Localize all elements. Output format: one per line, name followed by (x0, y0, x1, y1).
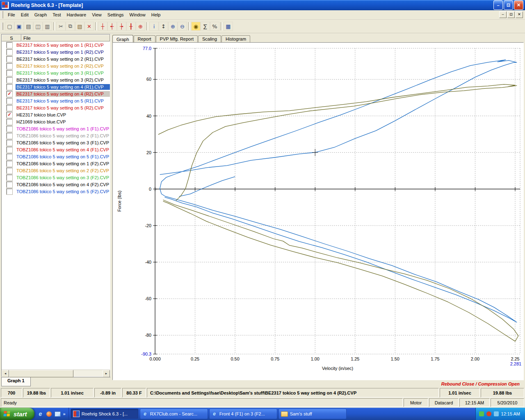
file-list-item[interactable]: BE2317 tokico 5 way setting on 3 (R1).CV… (2, 69, 110, 76)
file-name[interactable]: BE2317 tokico 5 way setting on 2 (R2).CV… (16, 63, 110, 69)
menu-help[interactable]: Help (148, 11, 164, 18)
autoscale-button[interactable]: ↕ (159, 22, 168, 31)
menu-graph[interactable]: Graph (32, 11, 50, 18)
file-list-item[interactable]: TOBZ1086 tokico 5 way setting on 1 (F2).… (2, 160, 110, 167)
file-list-item[interactable]: BE2317 tokico 5 way setting on 1 (R2).CV… (2, 48, 110, 55)
taskbar-task[interactable]: eRX7Club.com - Searc... (140, 409, 208, 419)
menu-edit[interactable]: Edit (18, 11, 32, 18)
file-list-item[interactable]: TOBZ1086 tokico 5 way setting on 3 (F2).… (2, 174, 110, 181)
file-checkbox[interactable] (7, 105, 12, 111)
file-name[interactable]: BE2317 tokico 5 way setting on 2 (R1).CV… (16, 56, 110, 62)
axis-crosshair-button[interactable]: ┼ (98, 22, 107, 31)
file-list-item[interactable]: TOBZ1086 tokico 5 way setting on 2 (F1).… (2, 132, 110, 139)
file-name[interactable]: BE2317 tokico 5 way setting on 1 (R2).CV… (16, 49, 110, 55)
file-name[interactable]: TOBZ1086 tokico 5 way setting on 1 (F2).… (16, 161, 110, 167)
file-name[interactable]: BE2317 tokico 5 way setting on 3 (R2).CV… (16, 77, 110, 83)
file-checkbox[interactable]: ✓ (7, 91, 12, 97)
taskbar-task[interactable]: eFront 4 (F1) on 3 (F2... (209, 409, 277, 419)
tray-icon-alert[interactable] (486, 411, 491, 416)
file-name[interactable]: TOBZ1086 tokico 5 way setting on 2 (F1).… (16, 133, 110, 139)
column-header-file[interactable]: File (21, 34, 110, 41)
file-name[interactable]: TOBZ1086 tokico 5 way setting on 3 (F2).… (16, 175, 110, 180)
file-checkbox[interactable] (7, 63, 12, 69)
tray-icon-antivirus[interactable] (479, 411, 484, 416)
file-checkbox[interactable] (7, 133, 12, 139)
menu-test[interactable]: Test (50, 11, 64, 18)
file-name[interactable]: HZ1069 tokico blue.CVP (16, 119, 110, 125)
file-name[interactable]: HE2317 tokico blue.CVP (16, 112, 110, 118)
tab-report[interactable]: Report (134, 35, 155, 42)
mdi-restore-button[interactable]: ⊡ (507, 11, 515, 18)
tab-histogram[interactable]: Histogram (221, 35, 250, 42)
file-list-item[interactable]: TOBZ1086 tokico 5 way setting on 4 (F1).… (2, 146, 110, 153)
file-checkbox[interactable] (7, 70, 12, 76)
file-checkbox[interactable] (7, 84, 12, 90)
zoom-in-button[interactable]: ⊕ (168, 22, 178, 31)
restore-button[interactable]: ⊡ (504, 0, 513, 10)
file-name[interactable]: TOBZ1086 tokico 5 way setting on 1 (F1).… (16, 126, 110, 132)
file-checkbox[interactable] (7, 98, 12, 104)
file-checkbox[interactable] (7, 175, 12, 180)
menu-file[interactable]: File (5, 11, 18, 18)
mdi-close-button[interactable]: ✕ (516, 11, 523, 18)
tab-graph[interactable]: Graph (112, 35, 133, 43)
file-list-item[interactable]: ✓BE2317 tokico 5 way setting on 4 (R2).C… (2, 90, 110, 97)
file-name[interactable]: TOBZ1086 tokico 5 way setting on 4 (F1).… (16, 147, 110, 153)
file-name[interactable]: BE2317 tokico 5 way setting on 4 (R1).CV… (16, 84, 110, 90)
menu-hardware[interactable]: Hardware (64, 11, 89, 18)
file-list-item[interactable]: BE2317 tokico 5 way setting on 2 (R2).CV… (2, 62, 110, 69)
export-button[interactable]: ▥ (43, 22, 52, 31)
print-button[interactable]: ▤ (24, 22, 33, 31)
force-velocity-chart[interactable]: 77.06040200-20-40-60-80-90.30.0000.250.5… (113, 43, 523, 380)
tab-pvp-mfg-report[interactable]: PVP Mfg. Report (156, 35, 198, 42)
file-checkbox[interactable] (7, 77, 12, 83)
file-list-item[interactable]: TOBZ1086 tokico 5 way setting on 2 (F2).… (2, 167, 110, 174)
file-list-item[interactable]: TOBZ1086 tokico 5 way setting on 5 (F1).… (2, 153, 110, 160)
file-checkbox[interactable] (7, 49, 12, 55)
file-list-item[interactable]: BE2317 tokico 5 way setting on 4 (R1).CV… (2, 83, 110, 90)
chart-area[interactable]: 77.06040200-20-40-60-80-90.30.0000.250.5… (112, 42, 524, 380)
copy-button[interactable]: ⧉ (66, 22, 75, 31)
file-name[interactable]: BE2317 tokico 5 way setting on 3 (R1).CV… (16, 70, 110, 76)
probe-button[interactable]: i (149, 22, 159, 31)
toolbar-grip[interactable] (1, 23, 3, 30)
scroll-left-button[interactable]: ◄ (2, 370, 9, 377)
file-checkbox[interactable] (7, 56, 12, 62)
print-preview-button[interactable]: ◫ (33, 22, 43, 31)
file-name[interactable]: TOBZ1086 tokico 5 way setting on 5 (F2).… (16, 189, 110, 194)
file-checkbox[interactable] (7, 126, 12, 132)
file-checkbox[interactable] (7, 168, 12, 173)
file-checkbox[interactable] (7, 140, 12, 146)
menu-window[interactable]: Window (127, 11, 148, 18)
menu-view[interactable]: View (89, 11, 105, 18)
taskbar-task[interactable]: Sam's stuff (278, 409, 347, 419)
file-list-item[interactable]: BE2317 tokico 5 way setting on 1 (R1).CV… (2, 41, 110, 48)
file-checkbox[interactable] (7, 161, 12, 167)
firefox-icon[interactable] (46, 411, 52, 417)
mdi-minimize-button[interactable]: – (499, 11, 507, 18)
file-list-item[interactable]: BE2317 tokico 5 way setting on 2 (R1).CV… (2, 55, 110, 62)
axis-vertical-button[interactable]: ╂ (126, 22, 136, 31)
start-button[interactable]: start (0, 408, 34, 420)
scrollbar-track[interactable] (9, 370, 103, 377)
axis-right-button[interactable]: ┾ (117, 22, 126, 31)
file-list-item[interactable]: TOBZ1086 tokico 5 way setting on 1 (F1).… (2, 125, 110, 132)
file-name[interactable]: TOBZ1086 tokico 5 way setting on 3 (F1).… (16, 140, 110, 146)
file-list-item[interactable]: TOBZ1086 tokico 5 way setting on 5 (F2).… (2, 188, 110, 195)
menu-settings[interactable]: Settings (105, 11, 127, 18)
sheet-tab-graph-1[interactable]: Graph 1 (1, 377, 31, 386)
file-checkbox[interactable]: ✓ (7, 112, 12, 118)
axis-left-button[interactable]: ┽ (107, 22, 117, 31)
tray-icon-display[interactable] (494, 411, 499, 416)
file-checkbox[interactable] (7, 189, 12, 194)
scroll-right-button[interactable]: ► (103, 370, 110, 377)
internet-explorer-icon[interactable]: e (37, 411, 44, 417)
file-name[interactable]: BE2317 tokico 5 way setting on 4 (R2).CV… (16, 91, 110, 97)
file-list-item[interactable]: ✓HE2317 tokico blue.CVP (2, 111, 110, 118)
file-name[interactable]: BE2317 tokico 5 way setting on 1 (R1).CV… (16, 42, 110, 48)
file-name[interactable]: BE2317 tokico 5 way setting on 5 (R1).CV… (16, 98, 110, 104)
file-name[interactable]: TOBZ1086 tokico 5 way setting on 4 (F2).… (16, 182, 110, 187)
stats-button[interactable]: ∑ (201, 22, 210, 31)
percent-button[interactable]: % (210, 22, 219, 31)
new-button[interactable]: ▢ (5, 22, 14, 31)
